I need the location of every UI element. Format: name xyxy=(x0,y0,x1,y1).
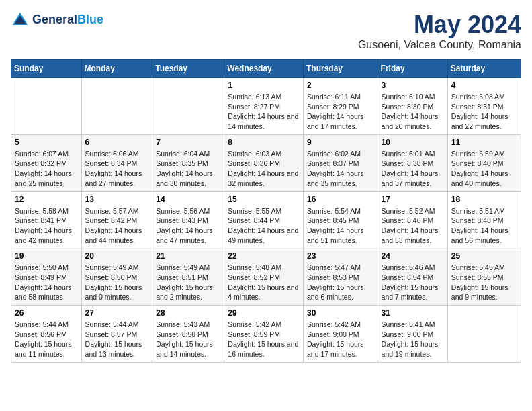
day-number: 31 xyxy=(382,308,444,318)
calendar-cell xyxy=(152,78,224,135)
title-block: May 2024 Gusoeni, Valcea County, Romania xyxy=(358,11,521,51)
calendar-cell: 11Sunrise: 5:59 AMSunset: 8:40 PMDayligh… xyxy=(447,134,521,191)
calendar-cell xyxy=(11,78,82,135)
main-title: May 2024 xyxy=(358,11,521,39)
calendar-cell: 2Sunrise: 6:11 AMSunset: 8:29 PMDaylight… xyxy=(303,78,378,135)
day-number: 3 xyxy=(382,81,444,90)
day-info: Sunrise: 5:56 AMSunset: 8:43 PMDaylight:… xyxy=(156,206,220,246)
day-info: Sunrise: 6:04 AMSunset: 8:35 PMDaylight:… xyxy=(156,149,220,189)
day-number: 26 xyxy=(15,308,78,318)
day-header-tuesday: Tuesday xyxy=(152,60,224,78)
day-number: 29 xyxy=(228,308,300,318)
calendar-cell: 4Sunrise: 6:08 AMSunset: 8:31 PMDaylight… xyxy=(447,78,521,135)
day-header-wednesday: Wednesday xyxy=(224,60,304,78)
calendar-cell: 13Sunrise: 5:57 AMSunset: 8:42 PMDayligh… xyxy=(81,191,152,248)
day-info: Sunrise: 5:42 AMSunset: 9:00 PMDaylight:… xyxy=(307,320,374,359)
day-number: 12 xyxy=(15,195,78,204)
day-info: Sunrise: 5:54 AMSunset: 8:45 PMDaylight:… xyxy=(307,206,374,246)
day-info: Sunrise: 5:47 AMSunset: 8:53 PMDaylight:… xyxy=(307,263,374,302)
day-header-friday: Friday xyxy=(378,60,447,78)
calendar-cell xyxy=(81,78,152,135)
calendar-cell: 15Sunrise: 5:55 AMSunset: 8:44 PMDayligh… xyxy=(224,191,304,248)
calendar-cell: 16Sunrise: 5:54 AMSunset: 8:45 PMDayligh… xyxy=(303,191,378,248)
calendar-cell: 31Sunrise: 5:41 AMSunset: 9:00 PMDayligh… xyxy=(378,306,447,363)
day-info: Sunrise: 5:43 AMSunset: 8:58 PMDaylight:… xyxy=(156,320,220,359)
day-number: 25 xyxy=(451,251,517,261)
day-info: Sunrise: 5:51 AMSunset: 8:48 PMDaylight:… xyxy=(451,206,517,246)
calendar-cell: 17Sunrise: 5:52 AMSunset: 8:46 PMDayligh… xyxy=(378,191,447,248)
day-info: Sunrise: 6:13 AMSunset: 8:27 PMDaylight:… xyxy=(228,92,300,132)
calendar-cell: 18Sunrise: 5:51 AMSunset: 8:48 PMDayligh… xyxy=(447,191,521,248)
calendar-cell: 30Sunrise: 5:42 AMSunset: 9:00 PMDayligh… xyxy=(303,306,378,363)
day-info: Sunrise: 5:49 AMSunset: 8:51 PMDaylight:… xyxy=(156,263,220,302)
day-number: 27 xyxy=(85,308,149,318)
day-info: Sunrise: 5:59 AMSunset: 8:40 PMDaylight:… xyxy=(451,149,517,189)
calendar-cell: 3Sunrise: 6:10 AMSunset: 8:30 PMDaylight… xyxy=(378,78,447,135)
calendar-cell: 29Sunrise: 5:42 AMSunset: 8:59 PMDayligh… xyxy=(224,306,304,363)
day-info: Sunrise: 5:46 AMSunset: 8:54 PMDaylight:… xyxy=(382,263,444,302)
day-info: Sunrise: 6:07 AMSunset: 8:32 PMDaylight:… xyxy=(15,149,78,189)
calendar-cell: 7Sunrise: 6:04 AMSunset: 8:35 PMDaylight… xyxy=(152,134,224,191)
calendar-cell: 25Sunrise: 5:45 AMSunset: 8:55 PMDayligh… xyxy=(447,248,521,306)
calendar-cell: 20Sunrise: 5:49 AMSunset: 8:50 PMDayligh… xyxy=(81,248,152,306)
logo-text: GeneralBlue xyxy=(32,13,103,27)
day-number: 4 xyxy=(451,81,517,90)
calendar-cell: 23Sunrise: 5:47 AMSunset: 8:53 PMDayligh… xyxy=(303,248,378,306)
day-info: Sunrise: 5:50 AMSunset: 8:49 PMDaylight:… xyxy=(15,263,78,302)
day-number: 11 xyxy=(451,138,517,147)
day-number: 23 xyxy=(307,251,374,261)
day-info: Sunrise: 6:06 AMSunset: 8:34 PMDaylight:… xyxy=(85,149,149,189)
calendar-cell: 12Sunrise: 5:58 AMSunset: 8:41 PMDayligh… xyxy=(11,191,82,248)
day-info: Sunrise: 5:41 AMSunset: 9:00 PMDaylight:… xyxy=(382,320,444,359)
calendar-table: SundayMondayTuesdayWednesdayThursdayFrid… xyxy=(11,59,521,363)
day-number: 19 xyxy=(15,251,78,261)
day-number: 8 xyxy=(228,138,300,147)
day-info: Sunrise: 5:52 AMSunset: 8:46 PMDaylight:… xyxy=(382,206,444,246)
subtitle: Gusoeni, Valcea County, Romania xyxy=(358,39,521,51)
day-header-sunday: Sunday xyxy=(11,60,82,78)
calendar-cell: 19Sunrise: 5:50 AMSunset: 8:49 PMDayligh… xyxy=(11,248,82,306)
day-number: 9 xyxy=(307,138,374,147)
day-info: Sunrise: 6:02 AMSunset: 8:37 PMDaylight:… xyxy=(307,149,374,189)
day-info: Sunrise: 5:44 AMSunset: 8:56 PMDaylight:… xyxy=(15,320,78,359)
day-info: Sunrise: 6:11 AMSunset: 8:29 PMDaylight:… xyxy=(307,92,374,132)
day-info: Sunrise: 6:10 AMSunset: 8:30 PMDaylight:… xyxy=(382,92,444,132)
day-number: 10 xyxy=(382,138,444,147)
day-number: 24 xyxy=(382,251,444,261)
day-number: 21 xyxy=(156,251,220,261)
day-number: 22 xyxy=(228,251,300,261)
day-info: Sunrise: 5:44 AMSunset: 8:57 PMDaylight:… xyxy=(85,320,149,359)
calendar-cell: 27Sunrise: 5:44 AMSunset: 8:57 PMDayligh… xyxy=(81,306,152,363)
day-number: 30 xyxy=(307,308,374,318)
day-number: 15 xyxy=(228,195,300,204)
logo-icon xyxy=(11,11,30,30)
day-number: 16 xyxy=(307,195,374,204)
day-info: Sunrise: 5:42 AMSunset: 8:59 PMDaylight:… xyxy=(228,320,300,359)
day-header-monday: Monday xyxy=(81,60,152,78)
day-number: 1 xyxy=(228,81,300,90)
day-info: Sunrise: 6:01 AMSunset: 8:38 PMDaylight:… xyxy=(382,149,444,189)
day-number: 18 xyxy=(451,195,517,204)
day-number: 13 xyxy=(85,195,149,204)
day-info: Sunrise: 5:49 AMSunset: 8:50 PMDaylight:… xyxy=(85,263,149,302)
page-header: GeneralBlue May 2024 Gusoeni, Valcea Cou… xyxy=(11,11,521,51)
day-info: Sunrise: 6:08 AMSunset: 8:31 PMDaylight:… xyxy=(451,92,517,132)
calendar-cell: 6Sunrise: 6:06 AMSunset: 8:34 PMDaylight… xyxy=(81,134,152,191)
day-number: 2 xyxy=(307,81,374,90)
calendar-cell: 14Sunrise: 5:56 AMSunset: 8:43 PMDayligh… xyxy=(152,191,224,248)
day-info: Sunrise: 5:45 AMSunset: 8:55 PMDaylight:… xyxy=(451,263,517,302)
calendar-cell: 22Sunrise: 5:48 AMSunset: 8:52 PMDayligh… xyxy=(224,248,304,306)
day-info: Sunrise: 6:03 AMSunset: 8:36 PMDaylight:… xyxy=(228,149,300,189)
day-number: 6 xyxy=(85,138,149,147)
day-info: Sunrise: 5:57 AMSunset: 8:42 PMDaylight:… xyxy=(85,206,149,246)
day-header-thursday: Thursday xyxy=(303,60,378,78)
calendar-cell: 9Sunrise: 6:02 AMSunset: 8:37 PMDaylight… xyxy=(303,134,378,191)
logo: GeneralBlue xyxy=(11,11,103,30)
day-number: 17 xyxy=(382,195,444,204)
day-number: 20 xyxy=(85,251,149,261)
calendar-cell: 28Sunrise: 5:43 AMSunset: 8:58 PMDayligh… xyxy=(152,306,224,363)
day-info: Sunrise: 5:48 AMSunset: 8:52 PMDaylight:… xyxy=(228,263,300,302)
day-number: 14 xyxy=(156,195,220,204)
calendar-cell xyxy=(447,306,521,363)
calendar-cell: 24Sunrise: 5:46 AMSunset: 8:54 PMDayligh… xyxy=(378,248,447,306)
